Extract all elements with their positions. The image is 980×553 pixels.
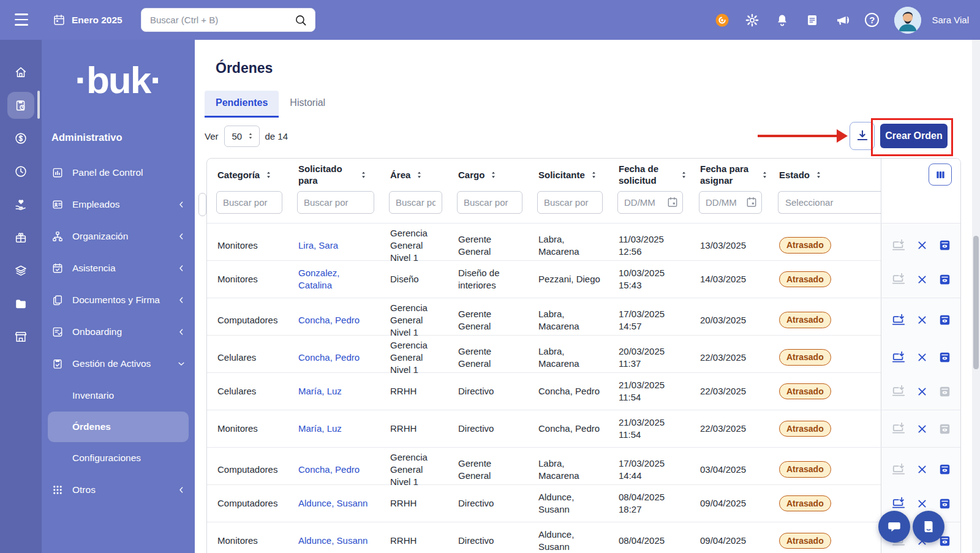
- row-download-button[interactable]: [891, 313, 906, 328]
- calendar-icon[interactable]: [745, 196, 758, 208]
- row-download-button[interactable]: [891, 238, 906, 253]
- help-icon[interactable]: ?: [865, 13, 879, 27]
- row-cancel-button[interactable]: [916, 386, 928, 397]
- create-order-button[interactable]: Crear Orden: [880, 124, 948, 148]
- row-cancel-button[interactable]: [916, 464, 928, 475]
- sidebar-subitem-configuraciones[interactable]: Configuraciones: [48, 443, 189, 473]
- column-header-solicitado-para[interactable]: Solicitado para: [288, 159, 380, 191]
- sort-icon[interactable]: [415, 170, 423, 179]
- scrollbar-thumb[interactable]: [973, 236, 979, 369]
- global-search[interactable]: [141, 8, 315, 32]
- sidebar-subitem-inventario[interactable]: Inventario: [48, 380, 189, 411]
- rail-item-gift[interactable]: [7, 224, 34, 251]
- requested-for-link[interactable]: Concha, Pedro: [298, 464, 360, 476]
- row-cancel-button[interactable]: [916, 423, 928, 435]
- row-cancel-button[interactable]: [916, 498, 928, 510]
- rail-item-clipboard-clock[interactable]: [7, 92, 34, 119]
- row-cancel-button[interactable]: [916, 274, 928, 285]
- notes-icon[interactable]: [805, 13, 820, 28]
- row-download-button[interactable]: [891, 496, 906, 511]
- buk-logo[interactable]: ·buk·: [42, 40, 195, 111]
- sort-icon[interactable]: [360, 170, 368, 179]
- filter-input-categor-a[interactable]: [216, 191, 282, 214]
- requested-for-link[interactable]: Lira, Sara: [298, 239, 338, 252]
- column-header-solicitante[interactable]: Solicitante: [528, 159, 608, 191]
- requested-for-link[interactable]: María, Luz: [298, 385, 342, 397]
- column-header-cargo[interactable]: Cargo: [448, 159, 528, 191]
- filter-input-solicitante[interactable]: [537, 191, 603, 214]
- row-view-button[interactable]: [938, 351, 951, 364]
- filter-input--rea[interactable]: [389, 191, 442, 214]
- filter-date-fecha-de-solicitud[interactable]: [617, 191, 683, 214]
- calendar-icon[interactable]: [666, 196, 679, 208]
- row-view-button[interactable]: [938, 497, 951, 510]
- tab-historial[interactable]: Historial: [279, 91, 336, 118]
- row-cancel-button[interactable]: [916, 352, 928, 363]
- megaphone-icon[interactable]: [835, 13, 850, 28]
- sort-icon[interactable]: [761, 170, 769, 179]
- filter-input-solicitado-para[interactable]: [297, 191, 374, 214]
- sidebar-item-onboarding[interactable]: Onboarding: [42, 316, 195, 348]
- sidebar-subitem--rdenes[interactable]: Órdenes: [48, 412, 189, 442]
- column-header-fecha-para-asignar[interactable]: Fecha para asignar: [690, 159, 769, 191]
- row-view-button[interactable]: [938, 463, 951, 476]
- help-center-widget-button[interactable]: [913, 511, 944, 543]
- row-download-button[interactable]: [891, 350, 906, 365]
- assist-icon[interactable]: [715, 13, 729, 28]
- requested-for-link[interactable]: Concha, Pedro: [298, 352, 360, 364]
- sidebar-item-asistencia[interactable]: Asistencia: [42, 252, 195, 284]
- requested-for-link[interactable]: Concha, Pedro: [298, 314, 360, 326]
- filter-input-cargo[interactable]: [457, 191, 522, 214]
- requested-for-link[interactable]: Gonzalez, Catalina: [298, 267, 375, 292]
- column-picker-button[interactable]: [929, 164, 952, 186]
- sidebar-item-documentos-y-firma[interactable]: Documentos y Firma: [42, 284, 195, 316]
- row-cancel-button[interactable]: [916, 314, 928, 326]
- rail-item-store[interactable]: [7, 323, 34, 350]
- row-download-button[interactable]: [891, 462, 906, 477]
- row-view-button[interactable]: [938, 385, 951, 398]
- sidebar-item-empleados[interactable]: Empleados: [42, 189, 195, 220]
- sort-icon[interactable]: [489, 170, 497, 179]
- rail-item-home[interactable]: [7, 59, 34, 86]
- row-view-button[interactable]: [938, 314, 951, 326]
- sort-icon[interactable]: [265, 170, 273, 179]
- row-view-button[interactable]: [938, 273, 951, 286]
- rail-item-clock[interactable]: [7, 158, 34, 185]
- row-download-button[interactable]: [891, 384, 906, 399]
- filter-select-estado[interactable]: Seleccionar: [778, 191, 881, 214]
- row-download-button[interactable]: [891, 272, 906, 287]
- sort-icon[interactable]: [815, 170, 823, 179]
- hamburger-menu-icon[interactable]: [15, 13, 28, 26]
- sort-icon[interactable]: [590, 170, 598, 179]
- column-header--rea[interactable]: Área: [380, 159, 448, 191]
- rail-item-dollar[interactable]: [7, 125, 34, 152]
- sort-icon[interactable]: [680, 170, 688, 179]
- page-size-select[interactable]: 50: [224, 126, 260, 147]
- sidebar-item-gesti-n-de-activos[interactable]: Gestión de Activos: [42, 348, 195, 380]
- rail-item-layers[interactable]: [7, 257, 34, 284]
- column-header-fecha-de-solicitud[interactable]: Fecha de solicitud: [608, 159, 690, 191]
- row-cancel-button[interactable]: [916, 239, 928, 251]
- bell-icon[interactable]: [775, 13, 790, 28]
- row-view-button[interactable]: [938, 423, 951, 435]
- rail-item-folder[interactable]: [7, 290, 34, 317]
- avatar[interactable]: [894, 7, 921, 34]
- sidebar-item-panel-de-control[interactable]: Panel de Control: [42, 157, 195, 189]
- requested-for-link[interactable]: Aldunce, Susann: [298, 497, 368, 510]
- requested-for-link[interactable]: María, Luz: [298, 423, 342, 435]
- rail-item-hand-heart[interactable]: [7, 191, 34, 218]
- search-icon[interactable]: [294, 13, 307, 27]
- row-download-button[interactable]: [891, 421, 906, 436]
- tab-pendientes[interactable]: Pendientes: [205, 91, 279, 118]
- row-view-button[interactable]: [938, 239, 951, 252]
- filter-date-fecha-para-asignar[interactable]: [699, 191, 762, 214]
- column-header-categor-a[interactable]: Categoría: [207, 159, 288, 191]
- sidebar-item-otros[interactable]: Otros: [42, 474, 195, 506]
- export-download-button[interactable]: [850, 122, 875, 150]
- period-selector[interactable]: Enero 2025: [53, 0, 123, 40]
- gear-icon[interactable]: [745, 13, 760, 28]
- chat-widget-button[interactable]: [878, 511, 910, 543]
- column-header-estado[interactable]: Estado: [769, 159, 881, 191]
- requested-for-link[interactable]: Aldunce, Susann: [298, 535, 368, 547]
- sidebar-item-organizaci-n[interactable]: Organización: [42, 220, 195, 252]
